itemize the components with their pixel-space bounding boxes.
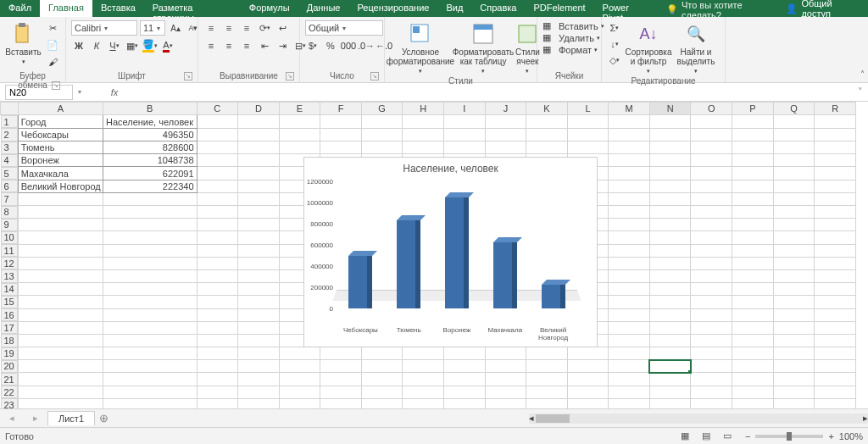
- cell[interactable]: [485, 347, 526, 360]
- cell[interactable]: [197, 373, 238, 386]
- cell[interactable]: [18, 321, 103, 334]
- bold-button[interactable]: Ж: [71, 38, 86, 53]
- cell[interactable]: [609, 398, 650, 408]
- tab-view[interactable]: Вид: [437, 0, 471, 17]
- cell[interactable]: [815, 231, 856, 244]
- cell[interactable]: [567, 115, 609, 129]
- cell[interactable]: [238, 231, 280, 244]
- column-header[interactable]: D: [238, 103, 280, 115]
- cell[interactable]: [238, 115, 280, 129]
- cell[interactable]: Город: [18, 115, 103, 129]
- cell[interactable]: [238, 192, 280, 205]
- cell[interactable]: [691, 192, 732, 205]
- cell[interactable]: [320, 115, 362, 129]
- cell[interactable]: [18, 296, 103, 308]
- cell[interactable]: [238, 142, 280, 154]
- cell[interactable]: [732, 219, 774, 231]
- cell[interactable]: [649, 398, 691, 408]
- cell[interactable]: [526, 115, 568, 129]
- row-header[interactable]: 14: [1, 283, 18, 296]
- cell[interactable]: [403, 142, 444, 154]
- row-header[interactable]: 6: [1, 180, 18, 192]
- tab-scroll-first[interactable]: ◂: [9, 413, 14, 424]
- cell[interactable]: [609, 154, 650, 167]
- cell[interactable]: [773, 206, 815, 219]
- cell[interactable]: [103, 244, 197, 257]
- cell[interactable]: [361, 115, 403, 129]
- cell[interactable]: [361, 360, 403, 373]
- tab-file[interactable]: Файл: [0, 0, 40, 17]
- embedded-chart[interactable]: Население, человек 020000040000060000080…: [303, 157, 598, 347]
- cell[interactable]: [691, 296, 732, 308]
- share-button[interactable]: 👤 Общий доступ: [786, 0, 868, 17]
- cell[interactable]: [732, 283, 774, 296]
- cell[interactable]: [238, 283, 280, 296]
- cell[interactable]: [691, 334, 732, 347]
- cell[interactable]: [773, 347, 815, 360]
- cell[interactable]: [526, 398, 568, 408]
- cell[interactable]: [18, 308, 103, 321]
- cell[interactable]: [238, 321, 280, 334]
- cell[interactable]: [773, 115, 815, 129]
- cell[interactable]: [691, 180, 732, 192]
- cell[interactable]: [526, 386, 568, 398]
- tab-formulas[interactable]: Формулы: [241, 0, 298, 17]
- row-header[interactable]: 5: [1, 167, 18, 180]
- cell[interactable]: [732, 334, 774, 347]
- cell[interactable]: [238, 360, 280, 373]
- cell[interactable]: [609, 206, 650, 219]
- cell[interactable]: [485, 142, 526, 154]
- insert-cells-button[interactable]: ▦Вставить▾: [542, 20, 604, 31]
- cell[interactable]: [18, 257, 103, 269]
- cell[interactable]: [526, 373, 568, 386]
- clipboard-dialog-launcher[interactable]: ↘: [52, 81, 60, 90]
- orientation-button[interactable]: ⟳▾: [257, 20, 272, 36]
- row-header[interactable]: 1: [1, 115, 18, 128]
- cell[interactable]: [773, 192, 815, 205]
- cell[interactable]: [649, 219, 691, 231]
- cell[interactable]: [361, 128, 403, 141]
- cell[interactable]: [103, 231, 197, 244]
- cell[interactable]: [815, 347, 856, 360]
- column-header[interactable]: J: [485, 103, 526, 115]
- cell[interactable]: [403, 128, 444, 141]
- column-header[interactable]: L: [567, 103, 609, 115]
- cell[interactable]: [197, 257, 238, 269]
- column-header[interactable]: H: [403, 103, 444, 115]
- cell[interactable]: [609, 257, 650, 269]
- align-middle-button[interactable]: ≡: [221, 20, 236, 36]
- cell[interactable]: [103, 321, 197, 334]
- fx-icon[interactable]: fx: [107, 87, 122, 97]
- wrap-text-button[interactable]: ↩: [275, 20, 290, 36]
- cell[interactable]: [103, 334, 197, 347]
- view-page-break-button[interactable]: ▭: [718, 430, 737, 441]
- cell[interactable]: [732, 257, 774, 269]
- align-left-button[interactable]: ≡: [203, 38, 219, 53]
- increase-decimal-button[interactable]: .0→: [359, 38, 374, 53]
- cell[interactable]: [691, 219, 732, 231]
- cell[interactable]: [103, 398, 197, 408]
- cell[interactable]: [485, 373, 526, 386]
- cell[interactable]: [444, 373, 486, 386]
- copy-button[interactable]: 📄: [45, 37, 60, 53]
- cell[interactable]: [279, 128, 320, 141]
- sheet-tab[interactable]: Лист1: [47, 411, 95, 425]
- cell[interactable]: [649, 115, 691, 129]
- cell[interactable]: [773, 386, 815, 398]
- cell[interactable]: [526, 128, 568, 141]
- align-bottom-button[interactable]: ≡: [239, 20, 254, 36]
- cell[interactable]: [238, 296, 280, 308]
- row-header[interactable]: 17: [1, 321, 18, 334]
- row-header[interactable]: 22: [1, 386, 18, 398]
- zoom-in-button[interactable]: +: [828, 431, 833, 441]
- cell[interactable]: [773, 257, 815, 269]
- cell[interactable]: [444, 398, 486, 408]
- cell[interactable]: [403, 398, 444, 408]
- cell[interactable]: [18, 334, 103, 347]
- cell[interactable]: [773, 128, 815, 141]
- cell[interactable]: [279, 347, 320, 360]
- row-header[interactable]: 12: [1, 257, 18, 269]
- cell[interactable]: [649, 373, 691, 386]
- cell[interactable]: [238, 398, 280, 408]
- cell[interactable]: [197, 142, 238, 154]
